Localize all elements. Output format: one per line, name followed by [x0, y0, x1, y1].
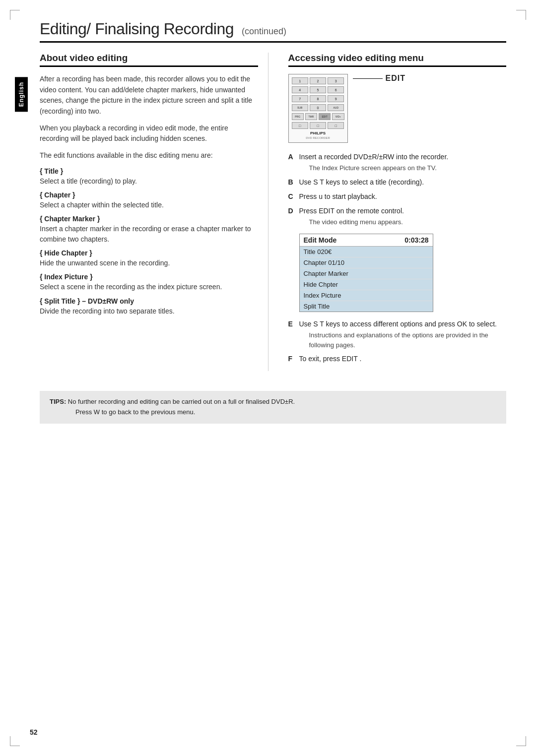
step-b: B Use S T keys to select a title (record… [288, 177, 507, 188]
intro-para-1: After a recording has been made, this re… [40, 74, 258, 117]
brand-name: PHILIPS [292, 131, 344, 135]
feature-chapter-marker: { Chapter Marker } Insert a chapter mark… [40, 215, 258, 244]
remote-drawing: 1 2 3 4 5 6 7 8 9 [288, 74, 348, 143]
edit-mode-table: Edit Mode 0:03:28 Title 020€ Chapter 01/… [299, 234, 433, 312]
remote-row-1: 1 2 3 [292, 77, 344, 84]
left-section-heading: About video editing [40, 53, 258, 67]
step-d: D Press EDIT on the remote control. The … [288, 206, 507, 227]
tips-text2: Press W to go back to the previous menu. [50, 408, 195, 416]
edit-label-container: EDIT [353, 74, 405, 83]
btn-8: 8 [310, 95, 326, 102]
feature-hide-chapter: { Hide Chapter } Hide the unwanted scene… [40, 249, 258, 268]
feature-index-picture: { Index Picture } Select a scene in the … [40, 273, 258, 292]
remote-container: 1 2 3 4 5 6 7 8 9 [288, 74, 507, 143]
edit-mode-time: 0:03:28 [404, 236, 428, 244]
btn-bottom-1: □ [292, 122, 308, 129]
step-e: E Use S T keys to access different optio… [288, 319, 507, 350]
btn-timer: TMR [305, 113, 317, 120]
remote-row-6: □ □ □ [292, 122, 344, 129]
edit-mode-row-title: Title 020€ [300, 247, 433, 257]
step-a: A Insert a recorded DVD±R/±RW into the r… [288, 152, 507, 173]
intro-para-2: When you playback a recording in video e… [40, 123, 258, 144]
btn-0: 0 [310, 104, 326, 111]
edit-mode-row-hide-chapter: Hide Chpter [300, 279, 433, 290]
btn-2: 2 [310, 77, 326, 84]
btn-6: 6 [328, 86, 344, 93]
remote-row-3: 7 8 9 [292, 95, 344, 102]
tips-label: TIPS: [50, 398, 66, 405]
edit-label: EDIT [386, 74, 405, 83]
step-c: C Press u to start playback. [288, 191, 507, 202]
brand-sub: DVD RECORDER [292, 136, 344, 139]
intro-para-3: The edit functions available in the disc… [40, 150, 258, 161]
edit-mode-row-chapter: Chapter 01/10 [300, 257, 433, 268]
feature-title: { Title } Select a title (recording) to … [40, 167, 258, 186]
left-column: About video editing After a recording ha… [40, 53, 268, 371]
right-column: Accessing video editing menu 1 2 3 4 5 6 [288, 53, 507, 371]
btn-3: 3 [328, 77, 344, 84]
btn-5: 5 [310, 86, 326, 93]
btn-edit: EDIT [319, 113, 331, 120]
edit-mode-header: Edit Mode 0:03:28 [300, 234, 433, 247]
edit-mode-label: Edit Mode [304, 236, 337, 244]
edit-mode-row-index-picture: Index Picture [300, 290, 433, 301]
btn-bottom-3: □ [328, 122, 344, 129]
btn-1: 1 [292, 77, 308, 84]
steps-list: A Insert a recorded DVD±R/±RW into the r… [288, 152, 507, 227]
steps-list-ef: E Use S T keys to access different optio… [288, 319, 507, 364]
btn-subtitle: SUB [292, 104, 308, 111]
page-title: Editing/ Finalising Recording [40, 20, 234, 38]
page-number: 52 [30, 728, 38, 736]
content-columns: About video editing After a recording ha… [40, 53, 506, 371]
feature-chapter: { Chapter } Select a chapter within the … [40, 191, 258, 210]
step-f: F To exit, press EDIT . [288, 354, 507, 364]
remote-row-2: 4 5 6 [292, 86, 344, 93]
page-header: Editing/ Finalising Recording (continued… [40, 20, 506, 43]
right-section-heading: Accessing video editing menu [288, 53, 507, 67]
btn-9: 9 [328, 95, 344, 102]
btn-7: 7 [292, 95, 308, 102]
btn-4: 4 [292, 86, 308, 93]
btn-audio: AUD [328, 104, 344, 111]
feature-split-title: { Split Title } – DVD±RW only Divide the… [40, 297, 258, 316]
tips-box: TIPS: No further recording and editing c… [40, 391, 506, 424]
edit-mode-row-chapter-marker: Chapter Marker [300, 268, 433, 279]
btn-bottom-2: □ [310, 122, 326, 129]
tips-text: No further recording and editing can be … [68, 398, 295, 405]
remote-row-4: SUB 0 AUD [292, 104, 344, 111]
btn-program: PRG [292, 113, 304, 120]
btn-videoplus: VID+ [332, 113, 344, 120]
edit-arrow-line [353, 78, 383, 79]
edit-mode-row-split-title: Split Title [300, 301, 433, 312]
remote-row-5: PRG TMR EDIT VID+ [292, 113, 344, 120]
page-subtitle: (continued) [242, 26, 286, 37]
